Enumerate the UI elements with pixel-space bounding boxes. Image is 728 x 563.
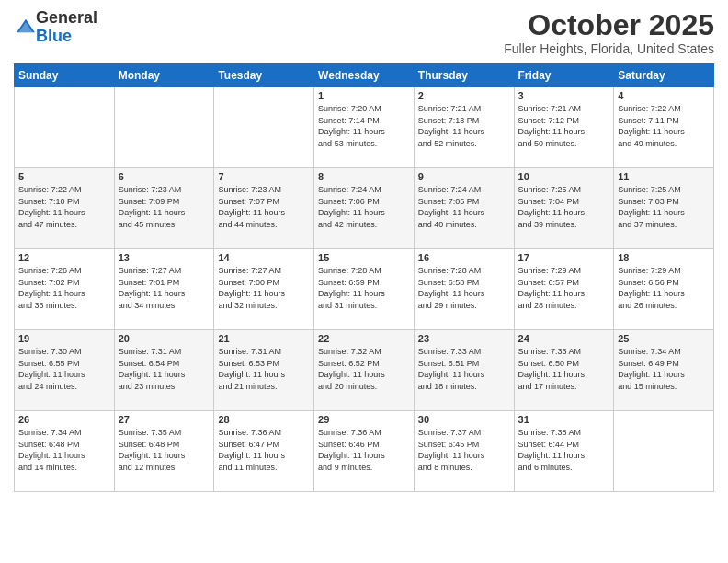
day-info: Sunrise: 7:24 AM Sunset: 7:06 PM Dayligh…: [318, 184, 410, 230]
calendar-cell: 23Sunrise: 7:33 AM Sunset: 6:51 PM Dayli…: [414, 330, 514, 411]
day-info: Sunrise: 7:22 AM Sunset: 7:11 PM Dayligh…: [618, 103, 710, 149]
day-number: 20: [119, 333, 210, 344]
col-wednesday: Wednesday: [314, 64, 415, 87]
day-number: 11: [618, 171, 710, 182]
calendar-cell: 5Sunrise: 7:22 AM Sunset: 7:10 PM Daylig…: [15, 168, 115, 249]
calendar-cell: 1Sunrise: 7:20 AM Sunset: 7:14 PM Daylig…: [314, 87, 415, 168]
logo-blue-text: Blue: [36, 27, 72, 45]
calendar-week-2: 5Sunrise: 7:22 AM Sunset: 7:10 PM Daylig…: [15, 168, 714, 249]
day-number: 25: [618, 333, 710, 344]
day-info: Sunrise: 7:36 AM Sunset: 6:46 PM Dayligh…: [318, 427, 410, 473]
day-number: 22: [318, 333, 410, 344]
calendar-cell: 25Sunrise: 7:34 AM Sunset: 6:49 PM Dayli…: [614, 330, 714, 411]
day-number: 30: [418, 414, 510, 425]
day-number: 21: [218, 333, 310, 344]
day-info: Sunrise: 7:33 AM Sunset: 6:50 PM Dayligh…: [518, 346, 610, 392]
day-info: Sunrise: 7:25 AM Sunset: 7:04 PM Dayligh…: [518, 184, 610, 230]
day-number: 1: [318, 90, 410, 101]
calendar-week-4: 19Sunrise: 7:30 AM Sunset: 6:55 PM Dayli…: [15, 330, 714, 411]
calendar-cell: 28Sunrise: 7:36 AM Sunset: 6:47 PM Dayli…: [214, 411, 314, 492]
logo-icon: [16, 16, 36, 36]
calendar-cell: [114, 87, 214, 168]
month-title: October 2025: [504, 9, 714, 41]
calendar-cell: 9Sunrise: 7:24 AM Sunset: 7:05 PM Daylig…: [414, 168, 514, 249]
calendar-cell: 27Sunrise: 7:35 AM Sunset: 6:48 PM Dayli…: [114, 411, 214, 492]
day-info: Sunrise: 7:38 AM Sunset: 6:44 PM Dayligh…: [518, 427, 610, 473]
day-info: Sunrise: 7:32 AM Sunset: 6:52 PM Dayligh…: [318, 346, 410, 392]
day-info: Sunrise: 7:28 AM Sunset: 6:58 PM Dayligh…: [418, 265, 510, 311]
col-sunday: Sunday: [15, 64, 115, 87]
col-tuesday: Tuesday: [214, 64, 314, 87]
calendar-cell: 18Sunrise: 7:29 AM Sunset: 6:56 PM Dayli…: [614, 249, 714, 330]
day-number: 13: [119, 252, 210, 263]
day-number: 7: [218, 171, 310, 182]
day-number: 26: [18, 414, 110, 425]
day-number: 16: [418, 252, 510, 263]
day-number: 10: [518, 171, 610, 182]
day-info: Sunrise: 7:34 AM Sunset: 6:49 PM Dayligh…: [618, 346, 710, 392]
calendar-cell: 6Sunrise: 7:23 AM Sunset: 7:09 PM Daylig…: [114, 168, 214, 249]
day-info: Sunrise: 7:23 AM Sunset: 7:09 PM Dayligh…: [119, 184, 210, 230]
calendar-cell: 17Sunrise: 7:29 AM Sunset: 6:57 PM Dayli…: [514, 249, 614, 330]
day-number: 14: [218, 252, 310, 263]
day-number: 4: [618, 90, 710, 101]
day-number: 17: [518, 252, 610, 263]
day-number: 27: [119, 414, 210, 425]
calendar-cell: 8Sunrise: 7:24 AM Sunset: 7:06 PM Daylig…: [314, 168, 415, 249]
page-container: General Blue October 2025 Fuller Heights…: [0, 0, 728, 497]
calendar-cell: [214, 87, 314, 168]
calendar-week-5: 26Sunrise: 7:34 AM Sunset: 6:48 PM Dayli…: [15, 411, 714, 492]
day-info: Sunrise: 7:21 AM Sunset: 7:13 PM Dayligh…: [418, 103, 510, 149]
calendar-cell: 4Sunrise: 7:22 AM Sunset: 7:11 PM Daylig…: [614, 87, 714, 168]
calendar-cell: 15Sunrise: 7:28 AM Sunset: 6:59 PM Dayli…: [314, 249, 415, 330]
location-title: Fuller Heights, Florida, United States: [504, 41, 714, 56]
day-number: 18: [618, 252, 710, 263]
day-info: Sunrise: 7:29 AM Sunset: 6:56 PM Dayligh…: [618, 265, 710, 311]
day-number: 31: [518, 414, 610, 425]
logo-general-text: General: [36, 8, 97, 27]
day-number: 5: [18, 171, 110, 182]
calendar-cell: 3Sunrise: 7:21 AM Sunset: 7:12 PM Daylig…: [514, 87, 614, 168]
calendar-cell: 13Sunrise: 7:27 AM Sunset: 7:01 PM Dayli…: [114, 249, 214, 330]
col-monday: Monday: [114, 64, 214, 87]
day-info: Sunrise: 7:35 AM Sunset: 6:48 PM Dayligh…: [119, 427, 210, 473]
day-number: 3: [518, 90, 610, 101]
calendar-cell: 7Sunrise: 7:23 AM Sunset: 7:07 PM Daylig…: [214, 168, 314, 249]
day-number: 12: [18, 252, 110, 263]
day-number: 19: [18, 333, 110, 344]
col-saturday: Saturday: [614, 64, 714, 87]
calendar-cell: 14Sunrise: 7:27 AM Sunset: 7:00 PM Dayli…: [214, 249, 314, 330]
calendar-cell: 11Sunrise: 7:25 AM Sunset: 7:03 PM Dayli…: [614, 168, 714, 249]
day-info: Sunrise: 7:36 AM Sunset: 6:47 PM Dayligh…: [218, 427, 310, 473]
day-info: Sunrise: 7:31 AM Sunset: 6:54 PM Dayligh…: [119, 346, 210, 392]
calendar-cell: 21Sunrise: 7:31 AM Sunset: 6:53 PM Dayli…: [214, 330, 314, 411]
day-number: 6: [119, 171, 210, 182]
calendar-cell: 10Sunrise: 7:25 AM Sunset: 7:04 PM Dayli…: [514, 168, 614, 249]
day-info: Sunrise: 7:20 AM Sunset: 7:14 PM Dayligh…: [318, 103, 410, 149]
logo: General Blue: [14, 9, 97, 46]
day-number: 8: [318, 171, 410, 182]
day-info: Sunrise: 7:30 AM Sunset: 6:55 PM Dayligh…: [18, 346, 110, 392]
calendar-week-3: 12Sunrise: 7:26 AM Sunset: 7:02 PM Dayli…: [15, 249, 714, 330]
calendar-cell: 2Sunrise: 7:21 AM Sunset: 7:13 PM Daylig…: [414, 87, 514, 168]
title-block: October 2025 Fuller Heights, Florida, Un…: [504, 9, 714, 56]
calendar-cell: 29Sunrise: 7:36 AM Sunset: 6:46 PM Dayli…: [314, 411, 415, 492]
col-friday: Friday: [514, 64, 614, 87]
calendar-cell: 19Sunrise: 7:30 AM Sunset: 6:55 PM Dayli…: [15, 330, 115, 411]
day-info: Sunrise: 7:22 AM Sunset: 7:10 PM Dayligh…: [18, 184, 110, 230]
day-number: 23: [418, 333, 510, 344]
day-number: 28: [218, 414, 310, 425]
day-info: Sunrise: 7:31 AM Sunset: 6:53 PM Dayligh…: [218, 346, 310, 392]
calendar-cell: 24Sunrise: 7:33 AM Sunset: 6:50 PM Dayli…: [514, 330, 614, 411]
day-number: 9: [418, 171, 510, 182]
calendar-week-1: 1Sunrise: 7:20 AM Sunset: 7:14 PM Daylig…: [15, 87, 714, 168]
calendar-cell: 30Sunrise: 7:37 AM Sunset: 6:45 PM Dayli…: [414, 411, 514, 492]
day-number: 24: [518, 333, 610, 344]
calendar-table: Sunday Monday Tuesday Wednesday Thursday…: [14, 63, 714, 492]
calendar-header-row: Sunday Monday Tuesday Wednesday Thursday…: [15, 64, 714, 87]
day-info: Sunrise: 7:29 AM Sunset: 6:57 PM Dayligh…: [518, 265, 610, 311]
day-info: Sunrise: 7:34 AM Sunset: 6:48 PM Dayligh…: [18, 427, 110, 473]
col-thursday: Thursday: [414, 64, 514, 87]
header: General Blue October 2025 Fuller Heights…: [14, 9, 714, 56]
day-info: Sunrise: 7:21 AM Sunset: 7:12 PM Dayligh…: [518, 103, 610, 149]
